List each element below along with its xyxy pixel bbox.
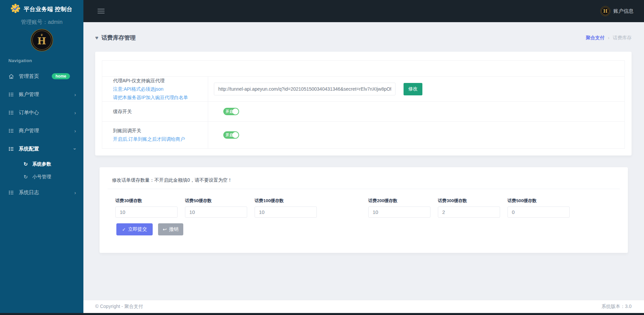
field-label: 话费200缓存数 xyxy=(368,198,430,204)
sidebar-item-alt-numbers[interactable]: ↻ 小号管理 xyxy=(0,171,83,183)
home-icon xyxy=(8,74,19,79)
bottom-strip xyxy=(0,313,644,315)
sidebar-item-label: 系统日志 xyxy=(19,189,74,196)
breadcrumb-separator-icon: › xyxy=(608,35,609,40)
avatar-letter: H xyxy=(603,8,607,14)
topbar: H 账户信息 xyxy=(83,0,644,22)
chevron-right-icon: › xyxy=(74,110,76,116)
cache-quantity-card: 修改话单缓存数量：不开启此金额填0，请不要设置为空！ 话费30缓存数 话费50缓… xyxy=(100,167,628,253)
hamburger-icon[interactable] xyxy=(98,7,105,15)
sidebar-item-accounts[interactable]: 账户管理 › xyxy=(0,85,83,103)
footer: © Copyright - 聚合支付 系统版本：3.0 xyxy=(83,300,644,313)
proxy-api-input[interactable] xyxy=(214,83,395,95)
cache-input-30[interactable] xyxy=(115,207,178,218)
cache-field-500: 话费500缓存数 xyxy=(507,198,570,218)
field-label: 话费50缓存数 xyxy=(185,198,247,204)
callback-switch-row: 到账回调开关 开启后,订单到账之后才回调给商户 开启 xyxy=(102,122,624,148)
list-icon xyxy=(8,128,19,134)
chevron-right-icon: › xyxy=(74,190,76,195)
sidebar-menu: 管理首页 home 账户管理 › 订单中心 › 商户管理 › xyxy=(0,67,83,201)
copyright-text: © Copyright - 聚合支付 xyxy=(95,304,143,310)
chevron-right-icon: › xyxy=(74,92,76,97)
chevron-right-icon: › xyxy=(74,128,76,134)
avatar: H xyxy=(600,6,610,16)
list-icon xyxy=(8,92,19,97)
cache-switch-label-cell: 缓存开关 xyxy=(102,102,208,121)
sidebar: 平台业务端 控制台 管理账号：admin ♛ H Navigation 管理首页… xyxy=(0,0,83,313)
row-title: 到账回调开关 xyxy=(113,127,204,135)
proxy-api-control-cell: 修改 xyxy=(208,77,624,101)
cache-field-200: 话费200缓存数 xyxy=(368,198,430,218)
cache-switch-toggle[interactable]: 开启 xyxy=(223,108,239,115)
breadcrumb-current: 话费库存 xyxy=(613,35,632,41)
proxy-api-label-cell: 代理API-仅支持豌豆代理 注意:API格式必须选json 请把本服务器IP加入… xyxy=(102,77,208,101)
sidebar-item-system-config[interactable]: 系统配置 › xyxy=(0,140,83,158)
cache-input-500[interactable] xyxy=(507,207,570,218)
cancel-button[interactable]: ↩ 撤销 xyxy=(158,223,183,235)
row-note: 开启后,订单到账之后才回调给商户 xyxy=(113,135,204,143)
account-info-label: 账户信息 xyxy=(613,8,634,14)
callback-switch-label-cell: 到账回调开关 开启后,订单到账之后才回调给商户 xyxy=(102,122,208,148)
cache-input-200[interactable] xyxy=(368,207,430,218)
cache-field-300: 话费300缓存数 xyxy=(438,198,500,218)
sidebar-item-label: 订单中心 xyxy=(19,109,74,116)
cache-switch-row: 缓存开关 开启 xyxy=(102,102,624,122)
sidebar-item-label: 系统参数 xyxy=(32,161,76,167)
sidebar-item-merchants[interactable]: 商户管理 › xyxy=(0,122,83,140)
breadcrumb: 聚合支付 › 话费库存 xyxy=(586,35,632,41)
cache-field-30: 话费30缓存数 xyxy=(115,198,178,218)
heart-icon: ♥ xyxy=(95,35,99,41)
toggle-knob xyxy=(232,132,238,138)
settings-table: 代理API-仅支持豌豆代理 注意:API格式必须选json 请把本服务器IP加入… xyxy=(102,60,625,149)
sidebar-item-label: 账户管理 xyxy=(19,91,74,98)
admin-account-label: 管理账号：admin xyxy=(0,19,83,26)
cache-form: 话费30缓存数 话费50缓存数 话费100缓存数 话费200缓存数 话费300缓… xyxy=(115,198,620,218)
avatar: ♛ H xyxy=(31,29,53,51)
settings-card: 代理API-仅支持豌豆代理 注意:API格式必须选json 请把本服务器IP加入… xyxy=(95,52,632,155)
cache-field-100: 话费100缓存数 xyxy=(255,198,317,218)
modify-button[interactable]: 修改 xyxy=(404,83,422,95)
cache-input-300[interactable] xyxy=(438,207,500,218)
sidebar-item-label: 管理首页 xyxy=(19,73,52,80)
sidebar-item-system-logs[interactable]: 系统日志 › xyxy=(0,183,83,201)
field-label: 话费30缓存数 xyxy=(115,198,178,204)
main-content: ♥ 话费库存管理 聚合支付 › 话费库存 代理API-仅支持豌豆代理 注意:AP… xyxy=(83,22,644,313)
sidebar-item-label: 系统配置 xyxy=(19,146,74,152)
toggle-knob xyxy=(232,108,238,115)
cache-input-50[interactable] xyxy=(185,207,247,218)
row-note: 注意:API格式必须选json xyxy=(113,85,204,93)
toggle-label: 开启 xyxy=(226,133,233,138)
row-note: 请把本服务器IP加入豌豆代理白名单 xyxy=(113,93,204,102)
callback-switch-control-cell: 开启 xyxy=(208,122,624,148)
cache-switch-control-cell: 开启 xyxy=(208,102,624,121)
submit-button[interactable]: ✓ 立即提交 xyxy=(116,223,153,235)
callback-switch-toggle[interactable]: 开启 xyxy=(223,131,239,139)
row-title: 缓存开关 xyxy=(113,107,204,116)
brand-title: 平台业务端 控制台 xyxy=(24,5,72,13)
breadcrumb-parent[interactable]: 聚合支付 xyxy=(586,35,605,41)
gear-check-icon xyxy=(11,4,20,14)
sidebar-item-label: 商户管理 xyxy=(19,128,74,134)
row-title: 代理API-仅支持豌豆代理 xyxy=(113,77,204,85)
table-header-row xyxy=(102,61,624,77)
system-version: 系统版本：3.0 xyxy=(602,304,632,310)
cache-input-100[interactable] xyxy=(255,207,317,218)
avatar-letter: H xyxy=(37,36,46,46)
field-label: 话费300缓存数 xyxy=(438,198,500,204)
sidebar-item-label: 小号管理 xyxy=(32,174,76,180)
check-icon: ✓ xyxy=(122,227,126,232)
sidebar-item-orders[interactable]: 订单中心 › xyxy=(0,103,83,122)
divider xyxy=(108,189,620,189)
brand: 平台业务端 控制台 xyxy=(0,0,83,14)
toggle-label: 开启 xyxy=(226,109,233,114)
sidebar-item-home[interactable]: 管理首页 home xyxy=(0,67,83,85)
sidebar-item-system-params[interactable]: ↻ 系统参数 xyxy=(0,158,83,171)
sync-icon: ↻ xyxy=(24,161,32,167)
field-label: 话费500缓存数 xyxy=(507,198,570,204)
account-info[interactable]: H 账户信息 xyxy=(600,6,634,16)
page-title: ♥ 话费库存管理 xyxy=(95,34,136,42)
cache-note: 修改话单缓存数量：不开启此金额填0，请不要设置为空！ xyxy=(112,177,620,183)
proxy-api-row: 代理API-仅支持豌豆代理 注意:API格式必须选json 请把本服务器IP加入… xyxy=(102,77,624,102)
list-icon xyxy=(8,110,19,116)
chevron-down-icon: › xyxy=(72,148,78,150)
